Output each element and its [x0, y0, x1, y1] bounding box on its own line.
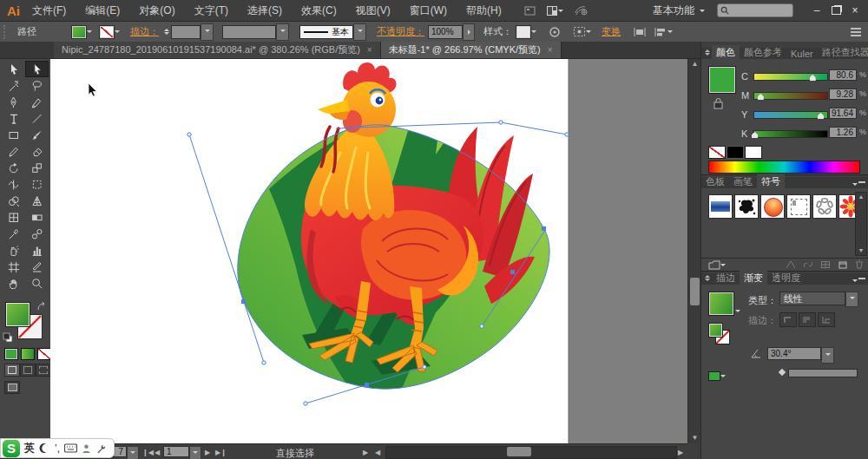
width-profile-field[interactable] [222, 25, 276, 39]
gradient-angle-field[interactable]: 30.4° [767, 347, 821, 360]
artboard-number-caret[interactable] [189, 446, 201, 459]
selection-tool[interactable] [2, 61, 25, 77]
menu-item-7[interactable]: 窗口(W) [410, 3, 447, 18]
close-button[interactable]: × [845, 3, 865, 17]
search-input[interactable] [717, 3, 793, 17]
menu-item-1[interactable]: 编辑(E) [85, 3, 120, 18]
mesh-tool[interactable] [2, 209, 25, 226]
gradient-fill-proxy[interactable] [708, 323, 723, 338]
default-fill-stroke-icon[interactable] [3, 331, 13, 346]
channel-value-field[interactable]: 9.28 [829, 89, 857, 100]
color-panel-tab-2[interactable]: Kuler [786, 48, 818, 60]
hscroll-right-icon[interactable]: ▶ [678, 449, 683, 456]
symbols-panel-tab-2[interactable]: 符号 [757, 174, 785, 189]
canvas[interactable] [50, 59, 687, 443]
blob-brush-tool[interactable] [25, 94, 49, 110]
symbol-sprayer-tool[interactable] [2, 242, 25, 259]
symbol-item-dashed-frame[interactable] [786, 194, 811, 219]
panel-collapse-icon[interactable] [705, 272, 710, 284]
horizontal-scroll-thumb[interactable] [507, 447, 531, 456]
workspace-switcher[interactable]: 基本功能 [653, 3, 705, 18]
channel-value-field[interactable]: 80.6 [829, 69, 857, 81]
menu-item-8[interactable]: 帮助(H) [466, 3, 502, 18]
ime-wrench-icon[interactable] [95, 443, 106, 454]
artboard-tool[interactable] [2, 259, 25, 275]
column-graph-tool[interactable] [25, 242, 49, 259]
opacity-link[interactable]: 不透明度： [377, 25, 424, 38]
minimize-button[interactable]: – [807, 3, 826, 17]
channel-value-field[interactable]: 1.26 [829, 127, 857, 138]
color-panel-tab-1[interactable]: 颜色参考 [740, 45, 786, 60]
cs-live-icon[interactable] [574, 4, 588, 16]
vertical-scroll-thumb[interactable] [690, 278, 700, 305]
shape-builder-tool[interactable] [2, 193, 25, 209]
stroke-across-icon[interactable] [818, 312, 835, 327]
transform-link[interactable]: 变换 [602, 25, 621, 38]
eraser-tool[interactable] [25, 143, 49, 160]
ime-language-toggle[interactable]: 英 [24, 441, 35, 456]
ime-keyboard-icon[interactable] [64, 443, 77, 453]
color-panel-tab-3[interactable]: 路径查找器 [818, 45, 868, 60]
none-mode-button[interactable] [37, 348, 51, 360]
artboard-number-field[interactable]: 1 [163, 446, 189, 457]
symbol-item-ink-splat[interactable] [734, 194, 759, 219]
black-swatch[interactable] [727, 146, 744, 159]
channel-value-field[interactable]: 91.64 [829, 108, 857, 119]
draw-behind-button[interactable] [20, 364, 36, 377]
gradient-angle-caret[interactable] [821, 347, 834, 364]
lasso-tool[interactable] [25, 77, 49, 94]
panel-collapse-icon[interactable] [705, 47, 710, 58]
document-tab[interactable]: Nipic_24787180_20190610191537190084.ai* … [54, 42, 381, 58]
fill-proxy-gradient[interactable] [5, 302, 30, 327]
gradient-preset-caret[interactable] [735, 310, 740, 315]
white-swatch[interactable] [745, 146, 762, 159]
width-profile-caret[interactable] [276, 23, 289, 41]
rectangle-tool[interactable] [2, 127, 25, 143]
draw-inside-button[interactable] [36, 364, 51, 377]
hand-tool[interactable] [2, 275, 25, 292]
bridge-icon[interactable] [524, 5, 536, 16]
direct-selection-tool[interactable] [25, 61, 49, 77]
gradient-slider[interactable] [788, 369, 858, 377]
fill-color-swatch[interactable] [71, 25, 87, 39]
recolor-artwork-icon[interactable] [549, 26, 561, 38]
delete-symbol-icon[interactable] [855, 259, 864, 271]
stroke-along-icon[interactable] [799, 312, 816, 327]
zoom-level-caret[interactable] [127, 446, 139, 459]
select-similar-icon[interactable] [573, 26, 591, 37]
menu-item-3[interactable]: 文字(T) [194, 3, 228, 18]
color-mode-button[interactable] [4, 348, 18, 360]
magic-wand-tool[interactable] [2, 77, 25, 94]
pen-tool[interactable] [2, 94, 25, 110]
swap-fill-stroke-icon[interactable] [36, 300, 47, 316]
menu-item-6[interactable]: 视图(V) [356, 3, 391, 18]
gradient-panel-tab-2[interactable]: 透明度 [767, 271, 805, 285]
symbols-panel-tab-0[interactable]: 色板 [701, 174, 729, 189]
brush-definition-caret[interactable] [353, 23, 366, 41]
opacity-field[interactable]: 100% [428, 25, 463, 39]
menu-item-4[interactable]: 选择(S) [247, 3, 282, 18]
color-panel-tab-0[interactable]: 颜色 [712, 45, 740, 60]
style-swatch[interactable] [516, 25, 531, 39]
line-segment-tool[interactable] [25, 110, 49, 127]
blend-tool[interactable] [25, 226, 49, 242]
menu-item-2[interactable]: 对象(O) [139, 3, 174, 18]
symbols-panel-tab-1[interactable]: 画笔 [729, 174, 757, 189]
first-artboard-icon[interactable]: ❙◀ [142, 449, 154, 456]
break-link-icon[interactable] [803, 260, 813, 271]
free-transform-tool[interactable] [25, 176, 49, 193]
symbol-item-orange-orb[interactable] [760, 194, 785, 219]
gradient-midpoint-icon[interactable] [779, 369, 786, 376]
ime-punctuation-toggle[interactable]: ’, [55, 443, 60, 455]
gradient-panel-tab-0[interactable]: 描边 [712, 271, 740, 285]
gradient-mode-button[interactable] [21, 348, 35, 360]
type-tool[interactable] [2, 110, 25, 127]
screen-mode-button[interactable] [4, 381, 20, 394]
stroke-panel-link[interactable]: 描边： [130, 25, 159, 38]
stroke-weight-stepper[interactable] [164, 26, 169, 37]
slice-tool[interactable] [25, 259, 49, 275]
hscroll-left-icon[interactable]: ◀ [375, 449, 380, 456]
new-symbol-icon[interactable] [838, 260, 848, 271]
tab-close-icon[interactable]: × [548, 45, 553, 55]
gradient-panel-tab-1[interactable]: 渐变 [740, 271, 767, 285]
